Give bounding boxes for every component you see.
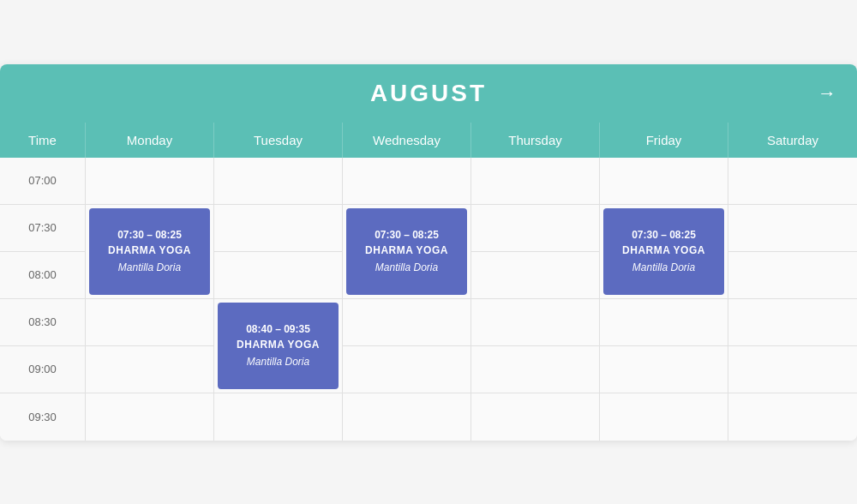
time-0830: 08:30 xyxy=(0,299,86,346)
cell-wed-event-dharma[interactable]: 07:30 – 08:25 DHARMA YOGA Mantilla Doria xyxy=(343,205,471,299)
col-header-friday: Friday xyxy=(600,123,728,158)
cell-sat-0830 xyxy=(728,299,857,346)
col-header-wednesday: Wednesday xyxy=(343,123,471,158)
cell-thu-0930 xyxy=(471,393,600,441)
cell-sat-0900 xyxy=(728,346,857,393)
cell-wed-0930 xyxy=(343,393,471,441)
cell-mon-0930 xyxy=(86,393,214,441)
cell-tue-0930 xyxy=(214,393,343,441)
event-instructor: Mantilla Doria xyxy=(118,261,181,273)
cell-sat-0800 xyxy=(728,252,857,299)
event-instructor: Mantilla Doria xyxy=(247,356,309,368)
cell-mon-0900 xyxy=(86,346,214,393)
calendar-header: AUGUST → xyxy=(0,64,857,123)
event-card-tue-dharma[interactable]: 08:40 – 09:35 DHARMA YOGA Mantilla Doria xyxy=(218,303,339,389)
cell-tue-0730 xyxy=(214,205,343,252)
event-card-fri-dharma[interactable]: 07:30 – 08:25 DHARMA YOGA Mantilla Doria xyxy=(603,208,724,295)
col-header-tuesday: Tuesday xyxy=(214,123,343,158)
time-0930: 09:30 xyxy=(0,393,86,441)
event-instructor: Mantilla Doria xyxy=(632,261,695,273)
cell-thu-0900 xyxy=(471,346,600,393)
cell-wed-0830 xyxy=(343,299,471,346)
event-card-mon-dharma[interactable]: 07:30 – 08:25 DHARMA YOGA Mantilla Doria xyxy=(89,208,210,295)
cell-wed-0900 xyxy=(343,346,471,393)
cell-fri-event-dharma[interactable]: 07:30 – 08:25 DHARMA YOGA Mantilla Doria xyxy=(600,205,728,299)
cell-mon-0830 xyxy=(86,299,214,346)
event-time: 07:30 – 08:25 xyxy=(375,229,439,241)
time-0800: 08:00 xyxy=(0,252,86,299)
calendar-title: AUGUST xyxy=(370,80,487,107)
event-name: DHARMA YOGA xyxy=(365,244,448,256)
event-name: DHARMA YOGA xyxy=(622,244,705,256)
cell-mon-event-dharma1[interactable]: 07:30 – 08:25 DHARMA YOGA Mantilla Doria xyxy=(86,205,214,299)
cell-fri-0900 xyxy=(600,346,728,393)
event-time: 08:40 – 09:35 xyxy=(246,323,310,335)
cell-tue-0700 xyxy=(214,158,343,205)
column-headers: Time Monday Tuesday Wednesday Thursday F… xyxy=(0,123,857,158)
event-name: DHARMA YOGA xyxy=(108,244,191,256)
cell-thu-0830 xyxy=(471,299,600,346)
event-instructor: Mantilla Doria xyxy=(375,261,438,273)
event-name: DHARMA YOGA xyxy=(237,339,320,351)
next-arrow[interactable]: → xyxy=(818,82,836,105)
cell-sat-0700 xyxy=(728,158,857,205)
col-header-thursday: Thursday xyxy=(471,123,600,158)
col-header-monday: Monday xyxy=(86,123,214,158)
cell-thu-0800 xyxy=(471,252,600,299)
time-0730: 07:30 xyxy=(0,205,86,252)
event-time: 07:30 – 08:25 xyxy=(117,229,182,241)
calendar-container: AUGUST → Time Monday Tuesday Wednesday T… xyxy=(0,64,857,441)
cell-fri-0700 xyxy=(600,158,728,205)
event-time: 07:30 – 08:25 xyxy=(632,229,696,241)
calendar-body: 07:00 07:30 07:30 – 08:25 DHARMA YOGA Ma… xyxy=(0,158,857,441)
cell-tue-0800 xyxy=(214,252,343,299)
cell-sat-0730 xyxy=(728,205,857,252)
col-header-time: Time xyxy=(0,123,86,158)
event-card-wed-dharma[interactable]: 07:30 – 08:25 DHARMA YOGA Mantilla Doria xyxy=(346,208,467,295)
cell-mon-0700 xyxy=(86,158,214,205)
cell-thu-0700 xyxy=(471,158,600,205)
cell-tue-event-dharma[interactable]: 08:40 – 09:35 DHARMA YOGA Mantilla Doria xyxy=(214,299,343,393)
cell-sat-0930 xyxy=(728,393,857,441)
cell-fri-0930 xyxy=(600,393,728,441)
cell-fri-0830 xyxy=(600,299,728,346)
time-0700: 07:00 xyxy=(0,158,86,205)
cell-thu-0730 xyxy=(471,205,600,252)
cell-wed-0700 xyxy=(343,158,471,205)
time-0900: 09:00 xyxy=(0,346,86,393)
col-header-saturday: Saturday xyxy=(728,123,857,158)
